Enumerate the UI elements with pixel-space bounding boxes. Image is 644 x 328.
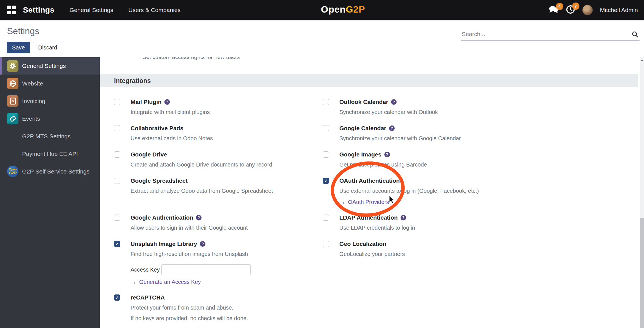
gear-icon: [7, 60, 18, 72]
link-arrow-icon: →: [339, 198, 345, 206]
help-icon[interactable]: ?: [391, 99, 397, 105]
search-box: [461, 29, 640, 41]
clipped-setting-text: Set custom access rights for new users: [143, 57, 240, 60]
google-authentication-checkbox[interactable]: [114, 215, 120, 221]
setting-google-images: Google Images?Get product pictures using…: [321, 151, 529, 169]
setting-title: LDAP Authentication?: [339, 214, 415, 221]
nav-item-general-settings[interactable]: General Settings: [70, 7, 113, 13]
globe-icon: [7, 78, 18, 89]
oauth-authentication-link[interactable]: →OAuth Providers: [339, 198, 389, 206]
setting-description: Use external accounts to log in (Google,…: [339, 187, 479, 195]
openg2p-icon: OpenG2P: [7, 166, 18, 177]
help-icon[interactable]: ?: [384, 152, 390, 157]
messages-button[interactable]: 4: [549, 5, 559, 15]
sidebar-item-general-settings[interactable]: General Settings: [0, 57, 100, 75]
oauth-authentication-checkbox[interactable]: ✓: [323, 178, 329, 184]
setting-title: Google Images?: [339, 151, 427, 158]
sidebar-item-label: G2P MTS Settings: [22, 133, 71, 140]
search-icon[interactable]: [632, 31, 638, 39]
setting-unsplash: ✓Unsplash Image Library?Find free high-r…: [112, 240, 321, 286]
icon-spacer: [7, 148, 18, 160]
google-calendar-checkbox[interactable]: [323, 125, 329, 131]
setting-description: Allow users to sign in with their Google…: [131, 224, 248, 232]
discard-button[interactable]: Discard: [33, 42, 63, 53]
sidebar-item-invoicing[interactable]: $Invoicing: [0, 92, 100, 110]
ldap-authentication-checkbox[interactable]: [323, 215, 329, 221]
setting-description: Integrate with mail client plugins: [131, 108, 210, 116]
setting-google-calendar: Google Calendar?Synchronize your calenda…: [321, 125, 529, 142]
help-icon[interactable]: ?: [200, 241, 205, 247]
user-name[interactable]: Mitchell Admin: [600, 7, 638, 13]
setting-google-spreadsheet: Google SpreadsheetExtract and analyze Od…: [112, 177, 321, 206]
sidebar-item-label: General Settings: [22, 63, 66, 69]
scrollbar-up-arrow[interactable]: ▲: [640, 57, 644, 62]
setting-outlook-calendar: Outlook Calendar?Synchronize your calend…: [321, 98, 529, 116]
setting-title: Google Spreadsheet: [131, 177, 273, 184]
google-images-checkbox[interactable]: [323, 151, 329, 158]
link-arrow-icon: →: [131, 278, 137, 286]
sidebar-item-website[interactable]: Website: [0, 75, 100, 92]
top-nav-bar: Settings General Settings Users & Compan…: [0, 0, 644, 20]
setting-mail-plugin: Mail Plugin?Integrate with mail client p…: [112, 98, 321, 116]
setting-description: Protect your forms from spam and abuse.: [131, 303, 277, 312]
sidebar-item-label: Website: [22, 80, 43, 87]
setting-title: Outlook Calendar?: [339, 98, 438, 106]
setting-google-authentication: Google Authentication?Allow users to sig…: [112, 214, 321, 232]
setting-description: Use LDAP credentials to log in: [339, 224, 415, 232]
sidebar-item-label: Invoicing: [22, 98, 45, 104]
settings-content: Set custom access rights for new users I…: [100, 57, 644, 328]
sidebar-item-payment-hub-ee-api[interactable]: Payment Hub EE API: [0, 145, 100, 163]
google-drive-checkbox[interactable]: [114, 151, 120, 158]
setting-collaborative-pads: Collaborative PadsUse external pads in O…: [112, 125, 321, 142]
help-icon[interactable]: ?: [164, 99, 170, 105]
sidebar-item-label: Payment Hub EE API: [22, 151, 78, 157]
setting-geo-localization: Geo LocalizationGeoLocalize your partner…: [321, 240, 529, 286]
user-avatar[interactable]: [582, 5, 593, 15]
collaborative-pads-checkbox[interactable]: [114, 125, 120, 131]
help-icon[interactable]: ?: [401, 215, 406, 220]
help-icon[interactable]: ?: [389, 125, 395, 131]
nav-menu: General Settings Users & Companies: [70, 7, 181, 13]
sidebar-item-g2p-mts-settings[interactable]: G2P MTS Settings: [0, 127, 100, 145]
unsplash-link[interactable]: →Generate an Access Key: [131, 278, 201, 286]
activities-badge: 7: [572, 3, 579, 10]
search-input[interactable]: [461, 29, 627, 39]
setting-ldap-authentication: LDAP Authentication?Use LDAP credentials…: [321, 214, 529, 232]
ticket-icon: [7, 113, 18, 124]
setting-description: Use external pads in Odoo Notes: [131, 134, 213, 142]
setting-description: Create and attach Google Drive documents…: [131, 160, 272, 169]
setting-description: Synchronize your calendar with Outlook: [339, 108, 438, 116]
geo-localization-checkbox[interactable]: [323, 241, 329, 247]
setting-description: Synchronize your calendar with Google Ca…: [339, 134, 461, 142]
google-spreadsheet-checkbox[interactable]: [114, 178, 120, 184]
setting-title: Unsplash Image Library?: [131, 240, 251, 248]
svg-text:$: $: [12, 99, 14, 103]
icon-spacer: [7, 130, 18, 142]
scrollbar-thumb[interactable]: [640, 218, 644, 328]
vertical-scrollbar[interactable]: ▲: [640, 57, 644, 328]
outlook-calendar-checkbox[interactable]: [323, 99, 329, 105]
setting-description: Extract and analyze Odoo data from Googl…: [131, 187, 273, 195]
help-icon[interactable]: ?: [196, 215, 202, 220]
nav-item-users-companies[interactable]: Users & Companies: [128, 7, 181, 13]
section-header-integrations: Integrations: [100, 74, 638, 87]
setting-description: GeoLocalize your partners: [339, 250, 405, 258]
messages-badge: 4: [556, 3, 563, 10]
sidebar-item-events[interactable]: Events: [0, 110, 100, 127]
settings-grid: Mail Plugin?Integrate with mail client p…: [112, 98, 529, 328]
setting-oauth-authentication: ✓OAuth AuthenticationUse external accoun…: [321, 177, 529, 206]
app-brand[interactable]: Settings: [23, 6, 55, 15]
invoice-icon: $: [7, 95, 18, 107]
save-button[interactable]: Save: [7, 42, 30, 53]
setting-title: Google Authentication?: [131, 214, 248, 221]
unsplash-field-input[interactable]: [161, 264, 251, 275]
apps-menu-icon[interactable]: [7, 6, 16, 14]
sidebar-item-g2p-self-service-settings[interactable]: OpenG2PG2P Self Service Settings: [0, 163, 100, 180]
clipped-setting-row: Set custom access rights for new users: [112, 57, 644, 64]
unsplash-checkbox[interactable]: ✓: [114, 241, 120, 247]
recaptcha-checkbox[interactable]: ✓: [114, 294, 120, 301]
setting-title: Google Drive: [131, 151, 272, 158]
mail-plugin-checkbox[interactable]: [114, 99, 120, 105]
activities-button[interactable]: 7: [566, 5, 575, 15]
sidebar-item-label: Events: [22, 115, 40, 122]
